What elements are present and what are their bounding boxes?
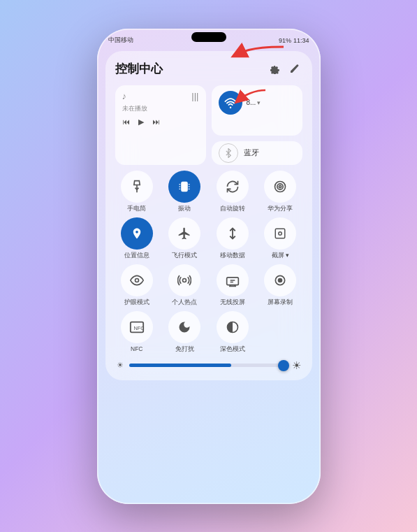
toggle-hotspot: 个人热点 — [163, 264, 207, 307]
wifi-tile[interactable]: 8... ▾ — [212, 85, 302, 136]
red-arrow-1 — [231, 41, 287, 66]
toggle-screenshot: 截屏 ▾ — [258, 217, 302, 260]
wifi-bt-column: 8... ▾ — [212, 85, 302, 165]
media-top-row: ♪ ||| — [122, 91, 199, 101]
dark-mode-label: 深色模式 — [220, 345, 245, 354]
not-playing-label: 未在播放 — [122, 104, 199, 113]
svg-text:NFC: NFC — [133, 324, 145, 331]
svg-point-12 — [277, 183, 283, 189]
toggle-flashlight: 手电筒 — [115, 171, 159, 213]
nfc-button[interactable]: NFC — [121, 311, 153, 343]
toggle-location: 位置信息 — [115, 217, 159, 260]
auto-rotate-button[interactable] — [217, 171, 249, 203]
brightness-fill — [129, 364, 231, 367]
svg-point-13 — [275, 181, 286, 192]
wireless-projection-button[interactable] — [217, 264, 249, 296]
toggle-vibration: 振动 — [163, 171, 207, 213]
svg-point-15 — [279, 231, 282, 235]
huawei-share-label: 华为分享 — [268, 205, 293, 213]
svg-rect-18 — [226, 277, 238, 285]
control-center-panel: 控制中心 — [105, 51, 312, 380]
dnd-button[interactable] — [168, 311, 200, 343]
red-arrow-2 — [234, 87, 269, 108]
vibration-label: 振动 — [178, 205, 191, 213]
toggle-screen-record: 屏幕录制 — [258, 264, 302, 307]
toggle-auto-rotate: 自动旋转 — [211, 171, 255, 213]
flashlight-button[interactable] — [121, 171, 153, 203]
play-button[interactable]: ▶ — [138, 117, 144, 127]
toggle-mobile-data: 移动数据 — [211, 217, 255, 260]
header-icons — [266, 61, 302, 76]
brightness-max-icon: ☀ — [292, 359, 301, 372]
airplane-button[interactable] — [168, 217, 200, 250]
svg-point-11 — [279, 185, 281, 187]
svg-point-20 — [279, 278, 282, 282]
edit-icon[interactable] — [287, 61, 302, 76]
vibration-button[interactable] — [168, 171, 200, 203]
svg-point-1 — [229, 106, 231, 108]
svg-point-16 — [135, 278, 138, 282]
toggle-dnd: 免打扰 — [163, 311, 207, 354]
toggle-grid-row4: NFC NFC 免打扰 — [115, 311, 302, 354]
panel-header: 控制中心 — [115, 61, 302, 77]
toggle-dark-mode: 深色模式 — [211, 311, 255, 354]
top-tiles-row: ♪ ||| 未在播放 ⏮ ▶ ⏭ — [115, 85, 302, 165]
toggle-airplane: 飞行模式 — [163, 217, 207, 260]
eye-protection-label: 护眼模式 — [124, 299, 149, 307]
brightness-min-icon: ☀ — [117, 361, 124, 370]
dark-mode-button[interactable] — [217, 311, 249, 343]
flashlight-label: 手电筒 — [127, 205, 146, 213]
toggle-wireless-projection: 无线投屏 — [211, 264, 255, 307]
mobile-data-button[interactable] — [217, 217, 249, 250]
nfc-label: NFC — [131, 345, 142, 352]
camera-cutout — [191, 32, 226, 42]
time-text: 11:34 — [293, 37, 309, 44]
brightness-thumb[interactable] — [278, 360, 289, 371]
brightness-row: ☀ ☀ — [115, 359, 302, 372]
location-button[interactable] — [121, 217, 153, 250]
toggle-nfc: NFC NFC — [115, 311, 159, 354]
sound-wave-icon: ||| — [191, 91, 198, 101]
media-tile: ♪ ||| 未在播放 ⏮ ▶ ⏭ — [115, 85, 206, 165]
toggle-grid-row1: 手电筒 振动 — [115, 171, 302, 213]
status-bar: 中国移动 91% 11:34 — [97, 29, 321, 48]
bluetooth-icon — [219, 143, 238, 163]
svg-rect-14 — [276, 229, 286, 238]
brightness-track[interactable] — [129, 364, 286, 367]
music-note-icon: ♪ — [122, 91, 127, 101]
next-button[interactable]: ⏭ — [152, 117, 160, 126]
prev-button[interactable]: ⏮ — [122, 117, 130, 126]
screenshot-label: 截屏 ▾ — [272, 252, 289, 260]
svg-rect-4 — [182, 182, 187, 191]
huawei-share-button[interactable] — [264, 171, 296, 203]
screen-record-button[interactable] — [264, 264, 296, 296]
phone-frame: 中国移动 91% 11:34 控制中心 — [97, 29, 321, 504]
location-label: 位置信息 — [124, 252, 149, 260]
screen-record-label: 屏幕录制 — [268, 299, 293, 307]
airplane-label: 飞行模式 — [172, 252, 197, 260]
auto-rotate-label: 自动旋转 — [220, 205, 245, 213]
toggle-huawei-share: 华为分享 — [258, 171, 302, 213]
toggle-empty — [258, 311, 302, 354]
toggle-grid-row3: 护眼模式 个人热点 — [115, 264, 302, 307]
hotspot-label: 个人热点 — [172, 299, 197, 307]
dnd-label: 免打扰 — [175, 345, 194, 354]
hotspot-button[interactable] — [168, 264, 200, 296]
wireless-projection-label: 无线投屏 — [220, 299, 245, 307]
carrier-text: 中国移动 — [108, 36, 133, 45]
bluetooth-label: 蓝牙 — [244, 148, 259, 158]
toggle-grid-row2: 位置信息 飞行模式 — [115, 217, 302, 260]
svg-point-17 — [183, 278, 186, 282]
eye-protection-button[interactable] — [121, 264, 153, 296]
mobile-data-label: 移动数据 — [220, 252, 245, 260]
panel-title: 控制中心 — [115, 61, 163, 77]
screenshot-button[interactable] — [264, 217, 296, 250]
bluetooth-tile[interactable]: 蓝牙 — [212, 141, 302, 165]
media-controls: ⏮ ▶ ⏭ — [122, 117, 199, 127]
toggle-eye-protection: 护眼模式 — [115, 264, 159, 307]
